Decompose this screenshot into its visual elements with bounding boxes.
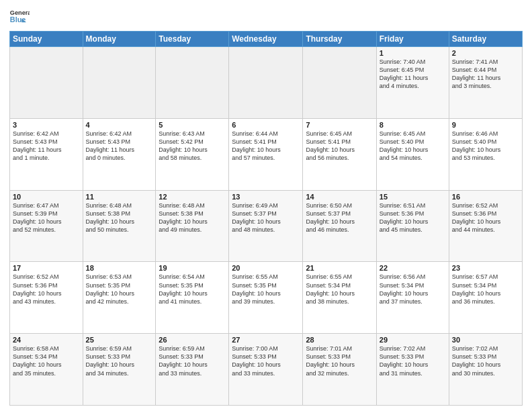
day-number: 12 (159, 193, 226, 201)
calendar-cell: 14Sunrise: 6:50 AM Sunset: 5:37 PM Dayli… (303, 190, 376, 262)
logo-icon: GeneralBlue (9, 7, 30, 27)
calendar-cell: 17Sunrise: 6:52 AM Sunset: 5:36 PM Dayli… (10, 262, 83, 334)
calendar-cell: 3Sunrise: 6:42 AM Sunset: 5:43 PM Daylig… (10, 118, 83, 190)
header: GeneralBlue (9, 7, 523, 27)
calendar-cell: 4Sunrise: 6:42 AM Sunset: 5:43 PM Daylig… (83, 118, 156, 190)
day-number: 19 (159, 264, 226, 272)
day-number: 27 (232, 336, 300, 344)
calendar-header-row: SundayMondayTuesdayWednesdayThursdayFrid… (10, 32, 523, 47)
day-info: Sunrise: 6:49 AM Sunset: 5:37 PM Dayligh… (232, 201, 300, 234)
calendar-day-header: Thursday (303, 32, 376, 47)
day-info: Sunrise: 6:44 AM Sunset: 5:41 PM Dayligh… (232, 130, 300, 163)
day-info: Sunrise: 6:59 AM Sunset: 5:33 PM Dayligh… (159, 345, 226, 377)
calendar-cell: 26Sunrise: 6:59 AM Sunset: 5:33 PM Dayli… (156, 334, 229, 406)
day-number: 24 (13, 336, 80, 344)
calendar-cell: 2Sunrise: 7:41 AM Sunset: 6:44 PM Daylig… (449, 47, 522, 119)
calendar-cell (303, 47, 376, 119)
day-number: 3 (13, 121, 80, 129)
day-number: 30 (452, 336, 519, 344)
calendar-cell (83, 47, 156, 119)
calendar-day-header: Monday (83, 32, 156, 47)
calendar-week-row: 1Sunrise: 7:40 AM Sunset: 6:45 PM Daylig… (10, 47, 523, 119)
day-number: 21 (306, 264, 373, 272)
day-info: Sunrise: 6:56 AM Sunset: 5:34 PM Dayligh… (380, 273, 446, 306)
calendar-cell: 23Sunrise: 6:57 AM Sunset: 5:34 PM Dayli… (449, 262, 522, 334)
day-info: Sunrise: 6:45 AM Sunset: 5:40 PM Dayligh… (380, 130, 446, 163)
day-number: 4 (86, 121, 153, 129)
day-number: 15 (380, 193, 446, 201)
day-info: Sunrise: 6:55 AM Sunset: 5:35 PM Dayligh… (232, 273, 300, 306)
day-info: Sunrise: 6:52 AM Sunset: 5:36 PM Dayligh… (13, 273, 80, 306)
calendar-cell: 29Sunrise: 7:02 AM Sunset: 5:33 PM Dayli… (376, 334, 449, 406)
day-number: 13 (232, 193, 300, 201)
calendar-week-row: 3Sunrise: 6:42 AM Sunset: 5:43 PM Daylig… (10, 118, 523, 190)
day-number: 17 (13, 264, 80, 272)
day-info: Sunrise: 7:00 AM Sunset: 5:33 PM Dayligh… (232, 345, 300, 377)
day-info: Sunrise: 6:51 AM Sunset: 5:36 PM Dayligh… (380, 201, 446, 234)
calendar-day-header: Friday (376, 32, 449, 47)
day-info: Sunrise: 6:48 AM Sunset: 5:38 PM Dayligh… (86, 201, 153, 234)
day-info: Sunrise: 6:50 AM Sunset: 5:37 PM Dayligh… (306, 201, 373, 234)
day-number: 18 (86, 264, 153, 272)
day-info: Sunrise: 6:55 AM Sunset: 5:34 PM Dayligh… (306, 273, 373, 306)
calendar-day-header: Sunday (10, 32, 83, 47)
day-info: Sunrise: 6:52 AM Sunset: 5:36 PM Dayligh… (452, 201, 519, 234)
calendar-day-header: Tuesday (156, 32, 229, 47)
day-info: Sunrise: 6:57 AM Sunset: 5:34 PM Dayligh… (452, 273, 519, 306)
day-info: Sunrise: 7:41 AM Sunset: 6:44 PM Dayligh… (452, 58, 519, 91)
day-info: Sunrise: 6:43 AM Sunset: 5:42 PM Dayligh… (159, 130, 226, 163)
day-number: 14 (306, 193, 373, 201)
calendar-week-row: 10Sunrise: 6:47 AM Sunset: 5:39 PM Dayli… (10, 190, 523, 262)
day-info: Sunrise: 6:47 AM Sunset: 5:39 PM Dayligh… (13, 201, 80, 234)
calendar-day-header: Wednesday (229, 32, 303, 47)
day-number: 2 (452, 49, 519, 57)
calendar-cell: 20Sunrise: 6:55 AM Sunset: 5:35 PM Dayli… (229, 262, 303, 334)
day-number: 11 (86, 193, 153, 201)
day-number: 25 (86, 336, 153, 344)
calendar-cell: 25Sunrise: 6:59 AM Sunset: 5:33 PM Dayli… (83, 334, 156, 406)
day-number: 28 (306, 336, 373, 344)
day-info: Sunrise: 6:42 AM Sunset: 5:43 PM Dayligh… (13, 130, 80, 163)
calendar-cell: 5Sunrise: 6:43 AM Sunset: 5:42 PM Daylig… (156, 118, 229, 190)
day-info: Sunrise: 7:01 AM Sunset: 5:33 PM Dayligh… (306, 345, 373, 377)
calendar-cell: 18Sunrise: 6:53 AM Sunset: 5:35 PM Dayli… (83, 262, 156, 334)
day-number: 22 (380, 264, 446, 272)
calendar-cell (10, 47, 83, 119)
day-info: Sunrise: 7:40 AM Sunset: 6:45 PM Dayligh… (380, 58, 446, 91)
day-info: Sunrise: 6:48 AM Sunset: 5:38 PM Dayligh… (159, 201, 226, 234)
day-info: Sunrise: 6:45 AM Sunset: 5:41 PM Dayligh… (306, 130, 373, 163)
page: GeneralBlue SundayMondayTuesdayWednesday… (0, 0, 532, 411)
day-number: 23 (452, 264, 519, 272)
day-number: 8 (380, 121, 446, 129)
day-number: 9 (452, 121, 519, 129)
calendar-cell: 24Sunrise: 6:58 AM Sunset: 5:34 PM Dayli… (10, 334, 83, 406)
calendar-cell: 28Sunrise: 7:01 AM Sunset: 5:33 PM Dayli… (303, 334, 376, 406)
day-number: 1 (380, 49, 446, 57)
calendar-cell: 6Sunrise: 6:44 AM Sunset: 5:41 PM Daylig… (229, 118, 303, 190)
day-info: Sunrise: 7:02 AM Sunset: 5:33 PM Dayligh… (380, 345, 446, 377)
calendar-week-row: 17Sunrise: 6:52 AM Sunset: 5:36 PM Dayli… (10, 262, 523, 334)
calendar-cell: 8Sunrise: 6:45 AM Sunset: 5:40 PM Daylig… (376, 118, 449, 190)
calendar-cell (156, 47, 229, 119)
calendar-week-row: 24Sunrise: 6:58 AM Sunset: 5:34 PM Dayli… (10, 334, 523, 406)
calendar-cell: 15Sunrise: 6:51 AM Sunset: 5:36 PM Dayli… (376, 190, 449, 262)
calendar-cell: 1Sunrise: 7:40 AM Sunset: 6:45 PM Daylig… (376, 47, 449, 119)
calendar-cell: 22Sunrise: 6:56 AM Sunset: 5:34 PM Dayli… (376, 262, 449, 334)
day-info: Sunrise: 6:58 AM Sunset: 5:34 PM Dayligh… (13, 345, 80, 377)
day-number: 26 (159, 336, 226, 344)
day-info: Sunrise: 6:42 AM Sunset: 5:43 PM Dayligh… (86, 130, 153, 163)
day-info: Sunrise: 6:54 AM Sunset: 5:35 PM Dayligh… (159, 273, 226, 306)
day-number: 6 (232, 121, 300, 129)
calendar-cell: 21Sunrise: 6:55 AM Sunset: 5:34 PM Dayli… (303, 262, 376, 334)
day-number: 5 (159, 121, 226, 129)
calendar-cell: 12Sunrise: 6:48 AM Sunset: 5:38 PM Dayli… (156, 190, 229, 262)
day-info: Sunrise: 6:59 AM Sunset: 5:33 PM Dayligh… (86, 345, 153, 377)
day-info: Sunrise: 7:02 AM Sunset: 5:33 PM Dayligh… (452, 345, 519, 377)
calendar-cell: 30Sunrise: 7:02 AM Sunset: 5:33 PM Dayli… (449, 334, 522, 406)
logo: GeneralBlue (9, 7, 30, 27)
calendar-cell: 19Sunrise: 6:54 AM Sunset: 5:35 PM Dayli… (156, 262, 229, 334)
calendar-table: SundayMondayTuesdayWednesdayThursdayFrid… (9, 31, 523, 406)
calendar-day-header: Saturday (449, 32, 522, 47)
calendar-cell: 13Sunrise: 6:49 AM Sunset: 5:37 PM Dayli… (229, 190, 303, 262)
day-info: Sunrise: 6:53 AM Sunset: 5:35 PM Dayligh… (86, 273, 153, 306)
